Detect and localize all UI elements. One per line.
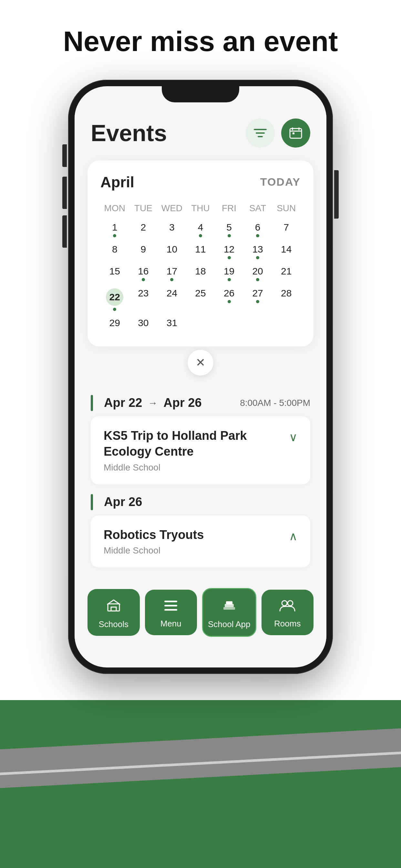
- day-number: 27: [252, 288, 263, 298]
- day-number: 6: [255, 222, 260, 232]
- expand-icon-1[interactable]: ∨: [289, 430, 297, 444]
- event-name-2: Robotics Tryouts: [104, 527, 282, 543]
- calendar-week: 15161718192021: [100, 263, 301, 285]
- calendar-day[interactable]: 24: [158, 285, 186, 315]
- no-event-dot: [113, 278, 116, 281]
- expand-icon-2[interactable]: ∧: [289, 530, 297, 543]
- today-button[interactable]: TODAY: [260, 176, 301, 188]
- rooms-icon: [279, 599, 296, 615]
- schools-icon: [106, 598, 121, 616]
- event-dot: [256, 278, 259, 281]
- no-event-dot: [170, 234, 174, 237]
- day-number: 1: [112, 222, 118, 232]
- event-dot: [256, 234, 259, 237]
- calendar-day[interactable]: 4: [186, 219, 215, 241]
- date-bar-2: [91, 494, 93, 510]
- calendar-day[interactable]: 22: [100, 285, 129, 315]
- menu-icon: [164, 599, 178, 615]
- calendar-day[interactable]: 31: [158, 315, 186, 337]
- day-number: 12: [224, 244, 235, 254]
- close-calendar-button[interactable]: ✕: [188, 350, 213, 376]
- svg-rect-3: [290, 128, 302, 138]
- calendar-day[interactable]: 11: [186, 241, 215, 263]
- day-mon: MON: [100, 200, 129, 216]
- day-fri: FRI: [215, 200, 243, 216]
- svg-rect-15: [226, 601, 233, 604]
- svg-rect-13: [223, 607, 235, 610]
- day-number: 18: [195, 267, 206, 276]
- day-number: 16: [138, 267, 149, 276]
- no-event-dot: [285, 256, 288, 259]
- day-number: 8: [112, 244, 118, 254]
- calendar-day[interactable]: 21: [272, 263, 301, 285]
- side-button-power: [334, 170, 339, 219]
- calendar-day[interactable]: 30: [129, 315, 158, 337]
- calendar-view-button[interactable]: [281, 119, 310, 148]
- day-wed: WED: [158, 200, 186, 216]
- school-app-icon: [222, 598, 236, 616]
- calendar-card: April TODAY MON TUE WED THU FRI SAT: [88, 160, 313, 346]
- nav-schools[interactable]: Schools: [88, 589, 140, 636]
- schools-label: Schools: [99, 619, 129, 629]
- event-dot: [113, 308, 116, 311]
- event-item-1[interactable]: KS5 Trip to Holland Park Ecology Centre …: [91, 416, 310, 485]
- day-number: 19: [224, 267, 235, 276]
- side-button-silent: [62, 144, 67, 167]
- calendar-day[interactable]: 19: [215, 263, 243, 285]
- day-tue: TUE: [129, 200, 158, 216]
- date-arrow-1: →: [148, 398, 158, 408]
- nav-rooms[interactable]: Rooms: [261, 590, 314, 635]
- event-item-2[interactable]: Robotics Tryouts Middle School ∧: [91, 516, 310, 567]
- event-date-header-2: Apr 26: [91, 494, 310, 510]
- event-dot: [113, 234, 116, 237]
- calendar-day[interactable]: 23: [129, 285, 158, 315]
- events-header: Events: [74, 105, 327, 154]
- no-event-dot: [113, 256, 116, 259]
- calendar-day[interactable]: 26: [215, 285, 243, 315]
- calendar-day[interactable]: 2: [129, 219, 158, 241]
- day-number: 7: [283, 222, 289, 232]
- calendar-day: [186, 315, 215, 337]
- calendar-day[interactable]: 20: [243, 263, 272, 285]
- calendar-day[interactable]: 6: [243, 219, 272, 241]
- no-event-dot: [142, 330, 145, 333]
- calendar-day[interactable]: 12: [215, 241, 243, 263]
- event-date-end-1: Apr 26: [163, 396, 202, 410]
- calendar-day[interactable]: 14: [272, 241, 301, 263]
- calendar-day[interactable]: 10: [158, 241, 186, 263]
- calendar-day[interactable]: 9: [129, 241, 158, 263]
- nav-menu[interactable]: Menu: [145, 590, 197, 635]
- day-number: 4: [198, 222, 204, 232]
- calendar-day[interactable]: 18: [186, 263, 215, 285]
- day-number: 21: [281, 267, 291, 276]
- calendar-day[interactable]: 17: [158, 263, 186, 285]
- calendar-day[interactable]: 1: [100, 219, 129, 241]
- filter-button[interactable]: [246, 119, 275, 148]
- calendar-day[interactable]: 28: [272, 285, 301, 315]
- calendar-day[interactable]: 15: [100, 263, 129, 285]
- calendar-day[interactable]: 16: [129, 263, 158, 285]
- event-dot: [227, 234, 231, 237]
- calendar-day[interactable]: 3: [158, 219, 186, 241]
- day-number: 5: [226, 222, 232, 232]
- svg-rect-2: [258, 136, 263, 137]
- no-event-dot: [142, 234, 145, 237]
- nav-school-app[interactable]: School App: [202, 588, 256, 637]
- calendar-day[interactable]: 8: [100, 241, 129, 263]
- page-headline: Never miss an event: [43, 26, 357, 57]
- calendar-day[interactable]: 27: [243, 285, 272, 315]
- calendar-day[interactable]: 29: [100, 315, 129, 337]
- calendar-day: [215, 315, 243, 337]
- calendar-day[interactable]: 5: [215, 219, 243, 241]
- rooms-label: Rooms: [274, 619, 301, 629]
- calendar-day[interactable]: 25: [186, 285, 215, 315]
- events-list: Apr 22 → Apr 26 8:00AM - 5:00PM KS5 Trip…: [74, 379, 327, 580]
- event-time-1: 8:00AM - 5:00PM: [240, 398, 310, 408]
- events-title: Events: [91, 120, 167, 146]
- calendar-day[interactable]: 13: [243, 241, 272, 263]
- calendar-day[interactable]: 7: [272, 219, 301, 241]
- event-dot: [227, 256, 231, 259]
- menu-label: Menu: [160, 619, 181, 629]
- calendar-week: 293031: [100, 315, 301, 337]
- close-icon: ✕: [196, 356, 205, 369]
